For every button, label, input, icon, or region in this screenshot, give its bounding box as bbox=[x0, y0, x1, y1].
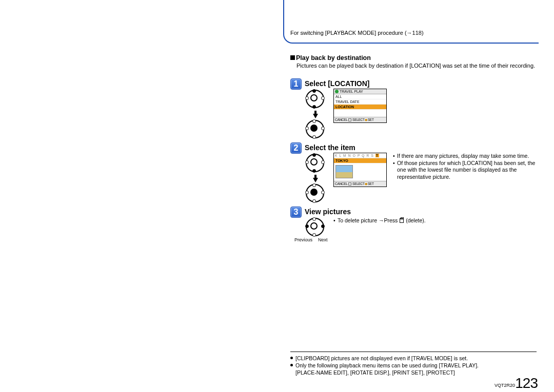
thumbnail-image bbox=[335, 165, 353, 178]
footnote-2: Only the following playback menu items c… bbox=[290, 362, 537, 376]
trash-icon bbox=[400, 218, 404, 223]
separator-line bbox=[290, 352, 537, 352]
step-2-notes: If there are many pictures, display may … bbox=[393, 153, 537, 181]
dpad-set-icon-2 bbox=[306, 184, 324, 202]
manual-page: For switching [PLAYBACK MODE] procedure … bbox=[283, 0, 545, 392]
screen-travel-play: TRAVEL PLAY ALL TRAVEL DATE LOCATION CAN… bbox=[333, 89, 387, 123]
alpha-strip: K L M N O P Q R S T bbox=[334, 153, 386, 158]
top-note-text: For switching [PLAYBACK MODE] procedure … bbox=[290, 30, 424, 36]
screen1-row-traveldate: TRAVEL DATE bbox=[334, 99, 386, 105]
dpad-icon-2 bbox=[306, 154, 324, 172]
dpad-lr-icon bbox=[306, 218, 324, 236]
next-label: Next bbox=[318, 237, 328, 242]
step-3-badge: 3 bbox=[290, 207, 302, 218]
page-number: 123 bbox=[515, 375, 538, 391]
step2-note-1: If there are many pictures, display may … bbox=[393, 153, 537, 160]
step-1-badge: 1 bbox=[290, 78, 302, 90]
step3-delete-note: To delete picture →Press (delete). bbox=[333, 217, 533, 224]
step-1-title: Select [LOCATION] bbox=[305, 79, 370, 88]
screen2-location: TOKYO bbox=[334, 158, 386, 163]
dpad-icon bbox=[306, 90, 324, 108]
screen1-row-location: LOCATION bbox=[334, 105, 386, 110]
footnotes: [CLIPBOARD] pictures are not displayed e… bbox=[290, 355, 537, 377]
section-description: Pictures can be played back by destinati… bbox=[296, 63, 538, 70]
step2-note-2: Of those pictures for which [LOCATION] h… bbox=[393, 160, 537, 181]
footnote-1: [CLIPBOARD] pictures are not displayed e… bbox=[290, 355, 537, 362]
screen-location-picker: K L M N O P Q R S T TOKYO CANCEL SELECT◆… bbox=[333, 153, 387, 187]
prev-label: Previous bbox=[294, 237, 312, 242]
section-heading: Play back by destination bbox=[290, 54, 371, 61]
arrow-down-icon-2 bbox=[313, 178, 318, 182]
callout-frame bbox=[283, 0, 539, 44]
screen1-footer: CANCEL SELECT◆ SET bbox=[334, 117, 386, 122]
screen1-title: TRAVEL PLAY bbox=[340, 90, 363, 93]
step-2-badge: 2 bbox=[290, 142, 302, 154]
step-3-notes: To delete picture →Press (delete). bbox=[333, 217, 533, 224]
dpad-set-icon bbox=[306, 120, 324, 138]
screen2-footer: CANCEL SELECT◆ SET bbox=[334, 181, 386, 187]
globe-icon bbox=[335, 90, 339, 93]
section-heading-text: Play back by destination bbox=[296, 54, 371, 61]
screen1-row-all: ALL bbox=[334, 94, 386, 99]
step-2-title: Select the item bbox=[305, 143, 355, 152]
doc-id: VQT2R20 bbox=[494, 383, 515, 388]
step-3-title: View pictures bbox=[305, 208, 351, 216]
square-bullet-icon bbox=[290, 55, 295, 60]
arrow-down-icon bbox=[313, 114, 318, 118]
